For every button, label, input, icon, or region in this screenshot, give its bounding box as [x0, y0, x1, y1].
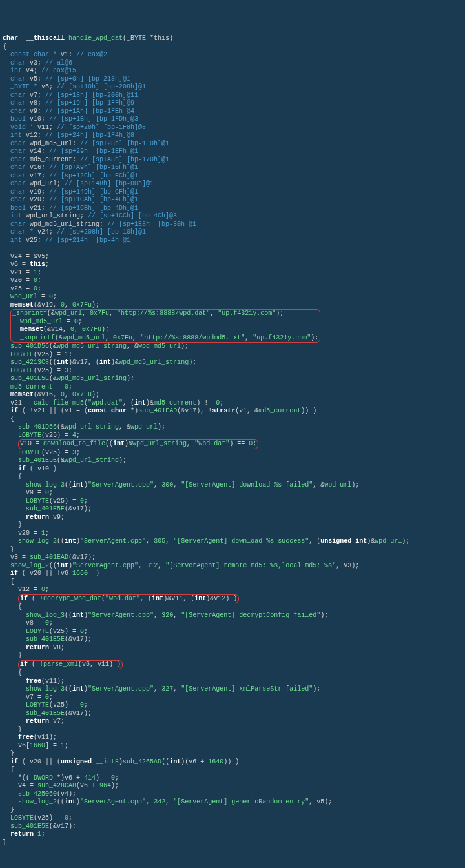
var-decl: char v16; // [sp+A9h] [bp-16Fh]@1 [3, 164, 462, 172]
highlight-box: if ( !parse_xml(v6, v11) ) [18, 660, 123, 670]
var-decl: char v7; // [sp+18h] [bp-200h]@11 [3, 92, 462, 100]
var-decl: int v4; // eax@15 [3, 67, 462, 76]
var-decl: char * v24; // [sp+208h] [bp-10h]@1 [3, 228, 462, 237]
var-decl: char v3; // al@6 [3, 59, 462, 68]
highlight-box: _snprintf(&wpd_url, 0x7Fu, "http://%s:88… [10, 309, 320, 343]
var-decl: const char * v1; // eax@2 [3, 51, 462, 59]
var-decl: char wpd_md5_url; // [sp+28h] [bp-1F0h]@… [3, 140, 462, 148]
var-decl: char v14; // [sp+29h] [bp-1EFh]@1 [3, 148, 462, 156]
var-decl: char v19; // [sp+149h] [bp-CFh]@1 [3, 188, 462, 197]
signature: char __thiscall handle_wpd_dat(_BYTE *th… [3, 35, 462, 43]
var-decl: int wpd_url_string; // [sp+1CCh] [bp-4Ch… [3, 212, 462, 221]
var-decl: char v17; // [sp+12Ch] [bp-ECh]@1 [3, 172, 462, 181]
var-decl: char wpd_md5_url_string; // [sp+1E8h] [b… [3, 221, 462, 229]
var-decl: bool v10; // [sp+1Bh] [bp-1FDh]@3 [3, 116, 462, 124]
var-decl: void * v11; // [sp+20h] [bp-1F8h]@8 [3, 124, 462, 132]
decl-block: const char * v1; // eax@2 char v3; // al… [3, 51, 462, 245]
var-decl: char md5_current; // [sp+A8h] [bp-170h]@… [3, 156, 462, 165]
highlight-box: if ( !decrypt_wpd_dat("wpd.dat", (int)&v… [18, 594, 239, 604]
var-decl: char v5; // [sp+0h] [bp-218h]@1 [3, 76, 462, 84]
body-block: v24 = &v5; v6 = this; v21 = 1; v20 = 0; … [3, 253, 462, 839]
var-decl: char wpd_url; // [sp+148h] [bp-D0h]@1 [3, 180, 462, 188]
var-decl: _BYTE * v6; // [sp+10h] [bp-208h]@1 [3, 83, 462, 92]
var-decl: char v20; // [sp+1CAh] [bp-4Eh]@1 [3, 196, 462, 205]
var-decl: char v8; // [sp+19h] [bp-1FFh]@9 [3, 99, 462, 108]
highlight-box: v10 = download_to_file((int)&wpd_url_str… [18, 439, 258, 449]
code-view: char __thiscall handle_wpd_dat(_BYTE *th… [3, 35, 462, 847]
var-decl: char v9; // [sp+1Ah] [bp-1FEh]@4 [3, 108, 462, 116]
var-decl: bool v21; // [sp+1CBh] [bp-4Dh]@1 [3, 205, 462, 213]
var-decl: int v25; // [sp+214h] [bp-4h]@1 [3, 237, 462, 245]
var-decl: int v12; // [sp+24h] [bp-1F4h]@8 [3, 132, 462, 140]
